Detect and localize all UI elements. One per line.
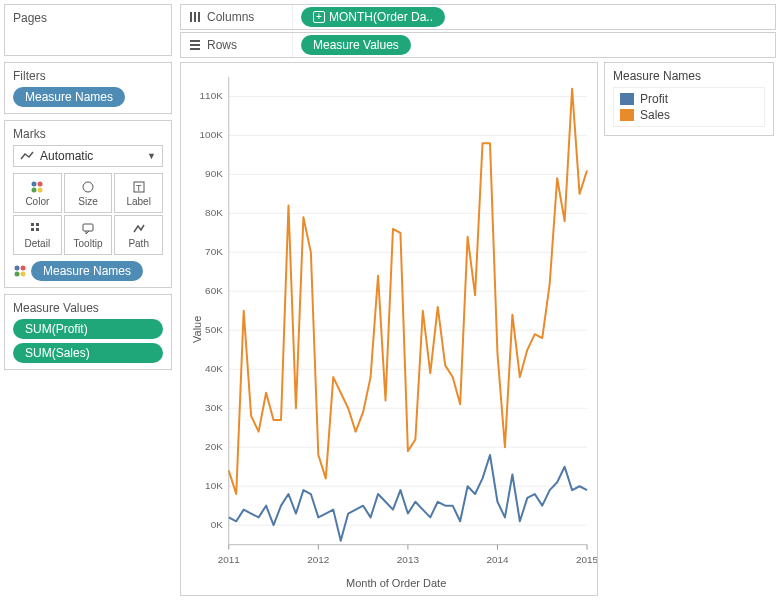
x-axis-label: Month of Order Date — [346, 577, 446, 589]
svg-text:50K: 50K — [205, 324, 223, 335]
svg-rect-10 — [36, 228, 39, 231]
marks-size-button[interactable]: Size — [64, 173, 113, 213]
marks-type-label: Automatic — [40, 149, 93, 163]
mv-pill-sales[interactable]: SUM(Sales) — [13, 343, 163, 363]
legend-label-sales: Sales — [640, 108, 670, 122]
line-chart: 0K10K20K30K40K50K60K70K80K90K100K110K201… — [181, 63, 597, 594]
svg-rect-20 — [190, 44, 200, 46]
svg-text:100K: 100K — [200, 129, 224, 140]
svg-text:40K: 40K — [205, 363, 223, 374]
columns-shelf[interactable]: Columns + MONTH(Order Da.. — [180, 4, 776, 30]
columns-label: Columns — [207, 10, 254, 24]
swatch-sales — [620, 109, 634, 121]
svg-point-14 — [15, 272, 20, 277]
y-axis-label: Value — [191, 316, 203, 343]
marks-label-button[interactable]: T Label — [114, 173, 163, 213]
rows-label: Rows — [207, 38, 237, 52]
swatch-profit — [620, 93, 634, 105]
svg-text:80K: 80K — [205, 207, 223, 218]
marks-path-label: Path — [128, 238, 149, 249]
columns-icon — [189, 11, 201, 23]
filters-panel: Filters Measure Names — [4, 62, 172, 114]
legend-label-profit: Profit — [640, 92, 668, 106]
svg-rect-21 — [190, 48, 200, 50]
chart-viz[interactable]: 0K10K20K30K40K50K60K70K80K90K100K110K201… — [180, 62, 598, 596]
detail-icon — [30, 222, 44, 236]
marks-path-button[interactable]: Path — [114, 215, 163, 255]
svg-text:T: T — [136, 183, 142, 193]
svg-point-15 — [21, 272, 26, 277]
svg-point-3 — [38, 187, 43, 192]
svg-text:70K: 70K — [205, 246, 223, 257]
color-icon — [30, 180, 44, 194]
expand-icon[interactable]: + — [313, 11, 325, 23]
marks-panel: Marks Automatic ▼ Color Size T Label — [4, 120, 172, 288]
svg-rect-16 — [190, 12, 192, 22]
svg-rect-17 — [194, 12, 196, 22]
svg-text:30K: 30K — [205, 402, 223, 413]
svg-text:2012: 2012 — [307, 554, 330, 565]
svg-point-0 — [32, 181, 37, 186]
marks-detail-button[interactable]: Detail — [13, 215, 62, 255]
legend-item-profit[interactable]: Profit — [620, 92, 758, 106]
chevron-down-icon: ▼ — [147, 151, 156, 161]
rows-shelf[interactable]: Rows Measure Values — [180, 32, 776, 58]
svg-text:2011: 2011 — [218, 554, 241, 565]
marks-color-label: Color — [25, 196, 49, 207]
mv-pill-profit[interactable]: SUM(Profit) — [13, 319, 163, 339]
svg-rect-9 — [31, 228, 34, 231]
marks-label-label: Label — [126, 196, 150, 207]
marks-color-button[interactable]: Color — [13, 173, 62, 213]
svg-rect-19 — [190, 40, 200, 42]
marks-detail-label: Detail — [25, 238, 51, 249]
measure-values-title: Measure Values — [13, 301, 163, 315]
svg-text:20K: 20K — [205, 441, 223, 452]
svg-rect-18 — [198, 12, 200, 22]
pages-panel: Pages — [4, 4, 172, 56]
svg-text:2014: 2014 — [486, 554, 509, 565]
marks-pill-measure-names[interactable]: Measure Names — [31, 261, 143, 281]
marks-size-label: Size — [78, 196, 97, 207]
marks-tooltip-label: Tooltip — [74, 238, 103, 249]
rows-icon — [189, 39, 201, 51]
legend-panel: Measure Names Profit Sales — [604, 62, 774, 136]
svg-text:0K: 0K — [211, 519, 224, 530]
rows-pill-measure-values[interactable]: Measure Values — [301, 35, 411, 55]
marks-title: Marks — [13, 127, 163, 141]
color-icon — [13, 264, 27, 278]
svg-rect-7 — [31, 223, 34, 226]
measure-values-panel: Measure Values SUM(Profit) SUM(Sales) — [4, 294, 172, 370]
marks-type-dropdown[interactable]: Automatic ▼ — [13, 145, 163, 167]
svg-text:2015: 2015 — [576, 554, 597, 565]
filter-pill-measure-names[interactable]: Measure Names — [13, 87, 125, 107]
svg-text:90K: 90K — [205, 168, 223, 179]
svg-point-13 — [21, 266, 26, 271]
svg-rect-11 — [83, 224, 93, 231]
label-icon: T — [132, 180, 146, 194]
path-icon — [132, 222, 146, 236]
tooltip-icon — [81, 222, 95, 236]
svg-point-12 — [15, 266, 20, 271]
filters-title: Filters — [13, 69, 163, 83]
svg-rect-8 — [36, 223, 39, 226]
svg-text:110K: 110K — [200, 90, 224, 101]
svg-text:2013: 2013 — [397, 554, 420, 565]
columns-pill-label: MONTH(Order Da.. — [329, 10, 433, 24]
columns-pill-month[interactable]: + MONTH(Order Da.. — [301, 7, 445, 27]
size-icon — [81, 180, 95, 194]
svg-point-4 — [83, 182, 93, 192]
svg-text:60K: 60K — [205, 285, 223, 296]
legend-title: Measure Names — [613, 69, 765, 83]
legend-item-sales[interactable]: Sales — [620, 108, 758, 122]
line-icon — [20, 151, 34, 161]
svg-point-2 — [32, 187, 37, 192]
marks-tooltip-button[interactable]: Tooltip — [64, 215, 113, 255]
svg-point-1 — [38, 181, 43, 186]
svg-text:10K: 10K — [205, 480, 223, 491]
pages-title: Pages — [13, 11, 163, 25]
